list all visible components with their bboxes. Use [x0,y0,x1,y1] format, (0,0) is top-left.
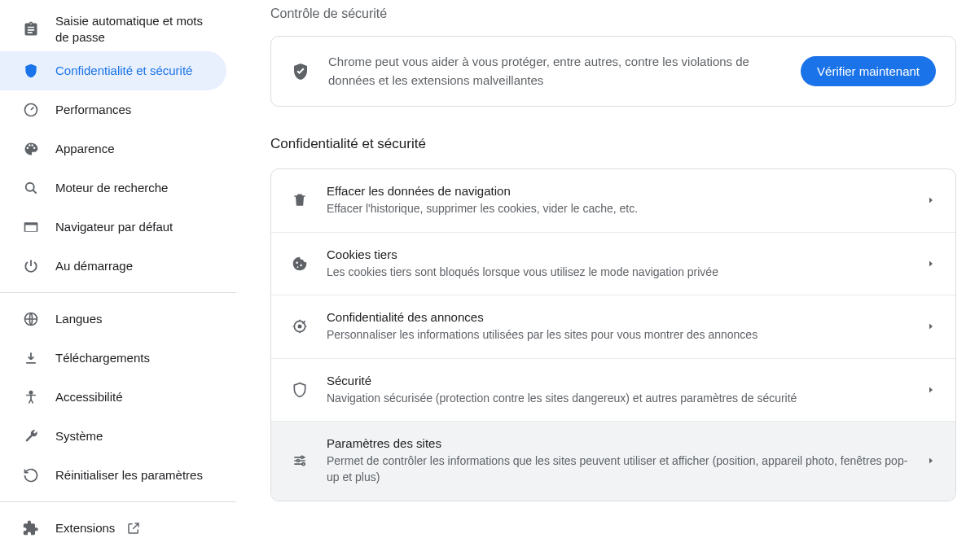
restore-icon [23,467,39,483]
open-external-icon [126,521,141,536]
globe-icon [23,311,39,327]
accessibility-icon [23,389,39,405]
settings-sidebar: Saisie automatique et mots de passe Conf… [0,0,236,560]
sidebar-item-label: Système [55,428,103,444]
sidebar-item-label: Confidentialité et sécurité [55,63,192,79]
security-check-title: Contrôle de sécurité [270,7,956,21]
sidebar-item-search[interactable]: Moteur de recherche [0,168,226,208]
row-title: Effacer les données de navigation [327,184,908,198]
row-title: Paramètres des sites [327,436,908,450]
check-now-button[interactable]: Vérifier maintenant [801,56,936,86]
speedometer-icon [23,102,39,118]
nav-divider [0,501,236,502]
security-check-description: Chrome peut vous aider à vous protéger, … [328,53,783,90]
sidebar-item-languages[interactable]: Langues [0,300,226,339]
sidebar-item-extensions[interactable]: Extensions [0,509,226,548]
svg-point-8 [302,463,305,466]
chevron-right-icon [926,456,936,466]
sidebar-item-accessibility[interactable]: Accessibilité [0,378,226,417]
security-check-card: Chrome peut vous aider à vous protéger, … [270,36,956,107]
sidebar-item-startup[interactable]: Au démarrage [0,247,226,286]
palette-icon [23,141,39,157]
sidebar-item-label: Réinitialiser les paramètres [55,467,203,483]
chevron-right-icon [926,259,936,269]
sidebar-item-label: Extensions [55,520,115,536]
nav-divider [0,292,236,293]
trash-icon [291,191,309,209]
download-icon [23,350,39,366]
row-title: Cookies tiers [327,247,908,261]
row-subtitle: Navigation sécurisée (protection contre … [327,391,908,407]
sidebar-item-reset[interactable]: Réinitialiser les paramètres [0,456,226,495]
row-title: Confidentialité des annonces [327,310,908,324]
row-clear-browsing-data[interactable]: Effacer les données de navigation Efface… [271,169,955,233]
sidebar-item-downloads[interactable]: Téléchargements [0,339,226,378]
sidebar-item-appearance[interactable]: Apparence [0,129,226,168]
row-ads-privacy[interactable]: Confidentialité des annonces Personnalis… [271,295,955,359]
svg-point-5 [298,326,301,328]
sidebar-item-privacy[interactable]: Confidentialité et sécurité [0,51,226,90]
row-security[interactable]: Sécurité Navigation sécurisée (protectio… [271,359,955,422]
row-third-party-cookies[interactable]: Cookies tiers Les cookies tiers sont blo… [271,233,955,296]
sidebar-item-label: Saisie automatique et mots de passe [55,13,215,45]
ads-target-icon [291,317,309,335]
sidebar-item-label: Moteur de recherche [55,180,168,196]
row-subtitle: Effacer l'historique, supprimer les cook… [327,201,908,217]
row-site-settings[interactable]: Paramètres des sites Permet de contrôler… [271,422,955,500]
shield-icon [23,63,39,79]
clipboard-icon [23,21,39,37]
sidebar-item-label: Apparence [55,141,115,157]
settings-main: Contrôle de sécurité Chrome peut vous ai… [236,0,966,560]
svg-point-3 [29,392,32,394]
row-subtitle: Permet de contrôler les informations que… [327,453,908,485]
sidebar-item-performance[interactable]: Performances [0,90,226,129]
chevron-right-icon [926,322,936,331]
sidebar-item-label: Navigateur par défaut [55,219,173,235]
sidebar-item-label: Performances [55,102,131,118]
power-icon [23,258,39,274]
sidebar-item-system[interactable]: Système [0,417,226,456]
sidebar-item-autofill[interactable]: Saisie automatique et mots de passe [0,7,226,51]
sidebar-item-label: Au démarrage [55,258,133,274]
search-icon [23,180,39,196]
svg-point-7 [296,460,299,462]
sliders-icon [291,452,309,470]
privacy-section-title: Confidentialité et sécurité [270,136,956,152]
sidebar-item-default-browser[interactable]: Navigateur par défaut [0,208,226,247]
shield-outline-icon [291,381,309,399]
row-subtitle: Les cookies tiers sont bloqués lorsque v… [327,265,908,281]
extension-icon [23,520,39,536]
chevron-right-icon [926,385,936,395]
wrench-icon [23,428,39,444]
verified-shield-icon [291,62,310,81]
row-subtitle: Personnaliser les informations utilisées… [327,327,908,343]
svg-point-6 [301,457,303,459]
privacy-list-card: Effacer les données de navigation Efface… [270,168,956,501]
cookie-icon [291,255,309,273]
sidebar-item-label: Téléchargements [55,350,150,366]
sidebar-item-label: Accessibilité [55,389,123,405]
row-title: Sécurité [327,374,908,387]
browser-icon [23,219,39,235]
chevron-right-icon [926,195,936,205]
svg-point-1 [26,183,34,191]
sidebar-item-label: Langues [55,311,103,327]
